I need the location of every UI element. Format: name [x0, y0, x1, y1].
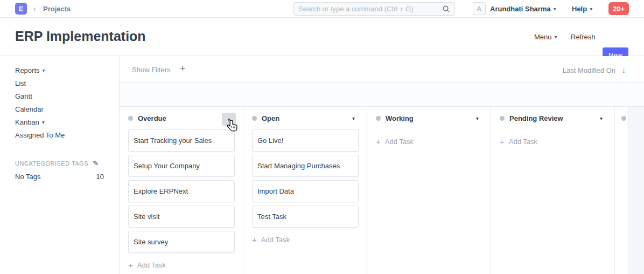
help-menu[interactable]: Help▾ — [572, 5, 592, 13]
add-task-button[interactable]: + Add Task — [128, 258, 235, 271]
sidebar-item-list[interactable]: List — [0, 77, 119, 90]
tag-label: No Tags — [15, 173, 40, 181]
column-header: Open ▾ — [243, 107, 367, 129]
column-status-dot — [621, 116, 626, 121]
sidebar-item-gantt[interactable]: Gantt — [0, 90, 119, 103]
tag-filter-no-tags[interactable]: No Tags 10 — [15, 173, 104, 181]
kanban-card[interactable]: Test Task — [252, 206, 359, 228]
caret-down-icon: ▾ — [554, 6, 556, 12]
plus-icon: + — [252, 235, 257, 244]
add-task-label: Add Task — [509, 138, 537, 146]
page-title: ERP Implementation — [15, 29, 146, 44]
sidebar-item-assigned-to-me[interactable]: Assigned To Me — [0, 129, 119, 142]
caret-down-icon: ▾ — [42, 119, 45, 125]
kanban-column-clipped — [615, 107, 628, 274]
column-status-dot — [500, 116, 505, 121]
kanban-card[interactable]: Explore ERPNext — [128, 180, 235, 202]
caret-down-icon: ▾ — [555, 34, 557, 40]
caret-down-icon: ▾ — [590, 6, 592, 12]
kanban-board: Overdue ▾ Start Tracking your Sales Setu… — [120, 107, 628, 274]
column-status-dot — [252, 116, 257, 121]
plus-icon: + — [500, 137, 505, 146]
kanban-card[interactable]: Site survey — [128, 231, 235, 253]
column-title: Overdue — [138, 114, 166, 122]
column-header: Working ▾ — [367, 107, 491, 129]
user-name: Arundhati Sharma — [490, 5, 551, 13]
global-search[interactable] — [293, 2, 455, 16]
menu-dropdown[interactable]: Menu▾ — [534, 33, 557, 41]
app-window: E › Projects A Arundhati Sharma▾ Help▾ 2… — [0, 0, 644, 274]
sidebar-item-kanban[interactable]: Kanban▾ — [0, 116, 119, 129]
sidebar-item-calendar[interactable]: Calendar — [0, 103, 119, 116]
sidebar-view-list: Reports▾ List Gantt Calendar Kanban▾ Ass… — [0, 56, 119, 142]
column-title: Pending Review — [509, 114, 563, 122]
notifications-badge[interactable]: 20+ — [608, 2, 629, 15]
top-navbar: E › Projects A Arundhati Sharma▾ Help▾ 2… — [0, 0, 644, 18]
kanban-column-pending-review: Pending Review ▾ + Add Task — [491, 107, 615, 274]
caret-down-icon: ▾ — [43, 67, 45, 73]
plus-icon: + — [128, 261, 133, 270]
breadcrumb[interactable]: Projects — [43, 5, 71, 13]
column-status-dot — [376, 116, 381, 121]
kanban-column-working: Working ▾ + Add Task — [367, 107, 491, 274]
column-header: Pending Review ▾ — [491, 107, 614, 129]
plus-icon: + — [376, 137, 381, 146]
column-menu-button[interactable]: ▾ — [600, 115, 606, 121]
kanban-card[interactable]: Import Data — [252, 180, 359, 202]
column-header — [615, 107, 628, 129]
user-menu[interactable]: Arundhati Sharma▾ — [490, 5, 556, 13]
user-avatar[interactable]: A — [473, 2, 486, 15]
add-task-button[interactable]: + Add Task — [376, 135, 482, 148]
refresh-button[interactable]: Refresh — [571, 33, 596, 41]
result-band — [120, 83, 644, 107]
app-logo[interactable]: E — [15, 3, 27, 15]
column-header: Overdue ▾ — [120, 107, 243, 129]
add-task-label: Add Task — [137, 261, 166, 269]
help-label: Help — [572, 5, 587, 13]
sidebar-item-label: Kanban — [15, 118, 39, 126]
page-header: ERP Implementation Menu▾ Refresh New — [0, 18, 644, 56]
sidebar-item-reports[interactable]: Reports▾ — [0, 64, 119, 77]
filter-toolbar: Show Filters + Last Modified On↓ — [120, 56, 644, 83]
add-task-label: Add Task — [261, 236, 290, 244]
sort-direction-icon[interactable]: ↓ — [622, 66, 626, 74]
sidebar-item-label: Reports — [15, 66, 40, 74]
kanban-card[interactable]: Site visit — [128, 206, 235, 228]
chevron-right-icon: › — [33, 4, 36, 13]
sidebar: Reports▾ List Gantt Calendar Kanban▾ Ass… — [0, 56, 120, 274]
sort-selector[interactable]: Last Modified On↓ — [563, 66, 626, 74]
column-title: Open — [262, 114, 279, 122]
sort-label: Last Modified On — [563, 66, 615, 74]
show-filters-button[interactable]: Show Filters — [132, 66, 171, 74]
tags-section-header: UNCATEGORISED TAGS✎ — [15, 159, 119, 167]
add-task-label: Add Task — [385, 138, 414, 146]
search-input[interactable] — [298, 5, 442, 13]
kanban-card[interactable]: Setup Your Company — [128, 155, 235, 177]
tag-count: 10 — [96, 173, 104, 181]
column-title: Working — [386, 114, 414, 122]
kanban-column-overdue: Overdue ▾ Start Tracking your Sales Setu… — [120, 107, 243, 274]
column-status-dot — [128, 116, 133, 121]
menu-label: Menu — [534, 33, 552, 41]
kanban-card[interactable]: Go Live! — [252, 129, 359, 152]
board-right-gutter — [628, 107, 644, 274]
column-menu-button[interactable]: ▾ — [476, 115, 482, 121]
tags-section-title: UNCATEGORISED TAGS — [15, 160, 88, 167]
kanban-card[interactable]: Start Managing Purchases — [252, 155, 359, 177]
add-task-button[interactable]: + Add Task — [252, 233, 359, 246]
search-icon — [442, 5, 450, 13]
column-menu-button[interactable]: ▾ — [352, 115, 358, 121]
add-task-button[interactable]: + Add Task — [500, 135, 606, 148]
kanban-card[interactable]: Start Tracking your Sales — [128, 129, 235, 152]
edit-tags-icon[interactable]: ✎ — [93, 159, 99, 167]
add-filter-icon[interactable]: + — [180, 63, 186, 74]
column-menu-button[interactable]: ▾ — [222, 113, 236, 126]
kanban-column-open: Open ▾ Go Live! Start Managing Purchases… — [243, 107, 367, 274]
